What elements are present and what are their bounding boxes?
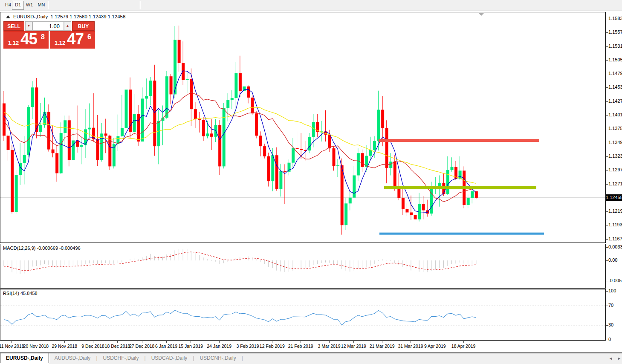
tab-usdcnh[interactable]: USDCNH-,Daily <box>194 353 241 363</box>
toolbar-separator <box>48 1 49 9</box>
rsi-axis-tick <box>606 306 608 306</box>
rsi-line <box>4 310 476 325</box>
ohlc-values: 1.12579 1.12580 1.12439 1.12458 <box>51 14 126 19</box>
price-axis-label: 1.11930 <box>608 222 622 227</box>
volume-decrease-button[interactable]: ▼ <box>25 21 32 31</box>
macd-axis-label: -0.00574 <box>608 278 622 283</box>
price-axis-label: 1.14530 <box>608 84 622 90</box>
tab-usdchf[interactable]: USDCHF-,Daily <box>98 353 145 363</box>
date-axis-label: 21 Feb 2019 <box>284 344 317 349</box>
date-axis-tick <box>435 341 435 343</box>
price-axis-label: 1.13490 <box>608 140 622 145</box>
date-axis-label: 20 Nov 2018 <box>20 344 52 349</box>
date-axis-tick <box>166 341 167 343</box>
current-price-badge: 1.12458 <box>606 194 622 201</box>
buy-button[interactable]: BUY <box>72 21 95 31</box>
collapse-triangle-icon[interactable] <box>6 15 10 18</box>
macd-signal-line <box>4 252 476 271</box>
date-axis-tick <box>117 341 118 343</box>
date-axis-tick <box>353 341 354 343</box>
tab-separator: | <box>242 353 243 363</box>
date-axis-tick <box>36 341 36 343</box>
chart-tab-bar: EURUSD-,DailyAUDUSD-,Daily|USDCHF-,Daily… <box>0 352 622 364</box>
price-axis-tick <box>606 87 608 88</box>
date-axis-label: 18 Apr 2019 <box>447 344 480 349</box>
price-axis-label: 1.12710 <box>608 181 622 186</box>
timeframe-button-mn[interactable]: MN <box>36 1 47 9</box>
macd-axis-tick <box>606 260 608 261</box>
date-axis-tick <box>463 341 464 343</box>
macd-label: MACD(12,26,9) -0.000669 -0.000496 <box>3 246 81 251</box>
tab-eurusd[interactable]: EURUSD-,Daily <box>0 353 49 363</box>
price-axis-tick <box>606 60 608 61</box>
chart-tabs: EURUSD-,DailyAUDUSD-,Daily|USDCHF-,Daily… <box>0 353 622 363</box>
price-axis-tick <box>606 46 608 47</box>
date-axis-tick <box>411 341 411 343</box>
sell-button[interactable]: SELL <box>3 21 24 31</box>
price-axis-tick <box>606 211 608 212</box>
macd-axis-tick <box>606 281 608 281</box>
sell-quote-button[interactable]: 1.12 45 8 <box>3 31 49 49</box>
buy-price-prefix: 1.12 <box>55 40 65 46</box>
tab-audusd[interactable]: AUDUSD-,Daily <box>49 353 96 363</box>
rsi-panel[interactable]: RSI(14) 45.8458 <box>0 289 606 341</box>
macd-histogram <box>4 249 476 274</box>
candles-series <box>3 26 478 235</box>
timeframe-toolbar: H4D1W1MN <box>0 0 622 11</box>
date-axis-tick <box>301 341 301 343</box>
rsi-axis-label: 100 <box>608 288 616 293</box>
rsi-axis-tick <box>606 340 608 340</box>
sell-price-pip: 8 <box>41 33 45 41</box>
date-axis-tick <box>191 341 191 343</box>
macd-axis-tick <box>606 247 608 248</box>
triangle-down-icon: ▼ <box>27 24 31 28</box>
date-axis-tick <box>93 341 93 343</box>
price-axis-tick <box>606 170 608 170</box>
price-axis-label: 1.15570 <box>608 29 622 35</box>
price-axis-label: 1.13750 <box>608 126 622 131</box>
price-axis-label: 1.14790 <box>608 71 622 76</box>
timeframe-button-d1[interactable]: D1 <box>12 1 24 10</box>
macd-panel[interactable]: MACD(12,26,9) -0.000669 -0.000496 <box>0 244 606 289</box>
price-axis-tick <box>606 129 608 129</box>
price-axis-tick <box>606 156 608 157</box>
tab-usdcad[interactable]: USDCAD-,Daily <box>146 353 193 363</box>
date-axis-tick <box>329 341 330 343</box>
price-axis-label: 1.15050 <box>608 57 622 62</box>
buy-price-big: 47 <box>67 30 84 48</box>
date-axis-tick <box>219 341 220 343</box>
price-axis-label: 1.13230 <box>608 153 622 159</box>
tab-scroll-left-icon[interactable]: ◄ <box>609 356 613 361</box>
date-axis-label: 12 Feb 2019 <box>256 344 288 349</box>
volume-input[interactable] <box>32 21 64 31</box>
trend-line-1 <box>384 186 536 189</box>
tab-scroll-right-icon[interactable]: ► <box>617 356 621 361</box>
price-axis-label: 1.11670 <box>608 236 622 241</box>
price-axis-label: 1.12970 <box>608 167 622 172</box>
chevron-down-icon <box>478 13 484 16</box>
price-axis-tick <box>606 143 608 143</box>
price-axis-tick <box>606 74 608 74</box>
price-axis-tick <box>606 32 608 33</box>
timeframe-button-w1[interactable]: W1 <box>24 1 35 9</box>
sell-price-prefix: 1.12 <box>8 40 19 46</box>
toolbar-separator <box>140 1 141 9</box>
date-axis-tick <box>64 341 65 343</box>
price-axis-label: 1.12190 <box>608 208 622 214</box>
buy-quote-button[interactable]: 1.12 47 6 <box>50 31 95 49</box>
rsi-axis-tick <box>606 325 608 326</box>
date-axis[interactable]: 11 Nov 201820 Nov 201829 Nov 20189 Dec 2… <box>0 341 622 352</box>
date-axis-tick <box>12 341 12 343</box>
date-axis-tick <box>248 341 248 343</box>
rsi-axis-label: 30 <box>608 322 613 327</box>
symbol-header: EURUSD-,Daily 1.12579 1.12580 1.12439 1.… <box>6 14 125 19</box>
volume-increase-button[interactable]: ▲ <box>64 21 71 31</box>
macd-axis-label: 0.00 <box>608 257 617 263</box>
one-click-trading-panel: SELL ▼ ▲ BUY 1.12 45 8 1.12 47 6 <box>3 21 95 31</box>
date-axis-tick <box>272 341 272 343</box>
rsi-axis-tick <box>606 291 608 292</box>
macd-chart[interactable] <box>0 244 605 288</box>
rsi-chart[interactable] <box>0 289 605 340</box>
rsi-label: RSI(14) 45.8458 <box>3 291 38 296</box>
date-axis-label: 9 Apr 2019 <box>419 344 451 349</box>
